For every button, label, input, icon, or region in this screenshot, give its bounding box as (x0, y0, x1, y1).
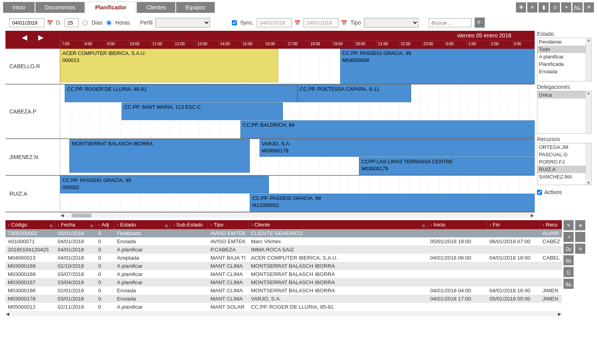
close-button[interactable]: ✕ (584, 2, 594, 12)
calendar-icon[interactable]: 📅 (341, 20, 347, 26)
edit-button[interactable]: ✎ (563, 220, 574, 230)
cell-inicio (428, 246, 487, 254)
scroll-right-icon[interactable]: ▶ (531, 213, 534, 217)
schedule-bar[interactable]: ACER COMPUTER IBERICA, S.A.U.000013 (60, 49, 278, 82)
cell-recu: JIMEN (540, 286, 562, 295)
hour-label: 18:00 (309, 41, 331, 46)
estado-item[interactable]: A planificar (537, 53, 591, 60)
cell-fin (487, 262, 540, 270)
date-from-input[interactable] (9, 18, 44, 27)
table-row[interactable]: M0300016703/04/20180A planificarMANT CLI… (5, 278, 562, 286)
re-button[interactable]: Re (563, 255, 574, 265)
recursos-title: Recursos (537, 136, 592, 143)
ac-button[interactable]: Ac. (572, 2, 583, 12)
col-estado[interactable]: ↕Estado🔍 (115, 220, 171, 229)
cell-codigo: M05000012 (5, 303, 55, 311)
schedule-bar[interactable]: CC.PP. PASSEIG GRACIA, 99000002 (60, 176, 269, 193)
barchart-icon[interactable]: ⫼ (550, 2, 560, 12)
estado-item[interactable]: Enviada (537, 68, 591, 75)
schedule-bar[interactable]: CCPP LAS LIRAS TERRASSA CENTREM03000179 (359, 157, 535, 175)
table-row[interactable]: M0300017803/01/20180EnviadaMANT CLIMAVAR… (5, 295, 562, 303)
calendar-icon[interactable]: 📅 (47, 20, 53, 26)
schedule-bar[interactable]: CC.PP. PASSEIG GRACIA, 99M12000002 (250, 194, 535, 212)
col-adj[interactable]: ↕Adj (96, 220, 115, 229)
tab-planificador[interactable]: Planificador (85, 2, 136, 13)
estado-item[interactable]: Todo (537, 46, 591, 53)
tab-inicio[interactable]: Inicio (3, 2, 35, 13)
cell-tipo: MANT CLIMA (208, 278, 249, 286)
tab-documentos[interactable]: Documentos (35, 2, 85, 13)
column-icon[interactable]: ▮ (539, 2, 549, 12)
recurso-item[interactable]: ORTEGA.JM (537, 143, 591, 151)
as-button[interactable]: As. (563, 279, 574, 289)
table-row[interactable]: M0300016803/07/20180A planificarMANT CLI… (5, 270, 562, 278)
estado-item[interactable]: Planificada (537, 60, 591, 68)
tab-equipos[interactable]: Equipos (176, 2, 215, 13)
hour-label: 12:00 (173, 41, 196, 46)
schedule-bar[interactable]: CC.PP. BALDRICH, 84 (240, 120, 535, 138)
col-fin[interactable]: ↕Fin (487, 220, 540, 229)
schedule-scrollbar[interactable]: ◀ ▶ (60, 212, 535, 218)
schedule-bar[interactable]: CC.PP. SANT MARIA, 113 ESC C (122, 102, 283, 120)
search-button[interactable]: 🔍 (475, 18, 485, 28)
table-row[interactable]: T80020000205/01/20180FinalizadaAVISO EMT… (5, 229, 562, 237)
col-cliente[interactable]: ↕Cliente🔍 (249, 220, 428, 229)
delegacion-item[interactable]: Única (537, 91, 591, 99)
pin-icon[interactable]: ⌖ (561, 2, 571, 12)
dias-radio[interactable] (83, 20, 88, 25)
col-codigo[interactable]: ↕Código🔍 (5, 220, 55, 229)
table-row[interactable]: A0100007104/01/20180EnviadaAVISO EMTEKMa… (5, 237, 562, 246)
table-row[interactable]: M0300016902/10/20180A planificarMANT CLI… (5, 262, 562, 270)
scroll-left-icon[interactable]: ◀ (6, 312, 9, 316)
perfil-select[interactable] (155, 18, 210, 28)
recurso-item[interactable]: RUIZ.A (537, 166, 591, 173)
col-sub[interactable]: ↕Sub-Estado (171, 220, 208, 229)
table-row[interactable]: M0300016602/01/20180EnviadaMANT CLIMAMON… (5, 286, 562, 295)
recurso-item[interactable]: PASCUAL.G (537, 151, 591, 158)
search-input[interactable] (429, 18, 472, 27)
next-arrow[interactable]: ▶ (38, 33, 44, 42)
blank-button[interactable] (575, 232, 585, 242)
col-fecha[interactable]: ↕Fecha🔍 (55, 220, 96, 229)
activos-checkbox[interactable] (537, 190, 542, 195)
schedule-bar[interactable]: VARJO, S.A.M03000178 (260, 139, 535, 157)
col-tipo[interactable]: ↕Tipo (208, 220, 249, 229)
add-button[interactable]: ⊕ (575, 220, 585, 230)
hour-label: 11:00 (151, 41, 173, 46)
estado-item[interactable]: Pendiente (537, 38, 591, 46)
grid-scrollbar[interactable]: ◀ ▶ (5, 311, 562, 316)
cell-fin (487, 278, 540, 286)
days-input[interactable] (65, 18, 79, 27)
schedule-bar[interactable]: CC.PP. ROGER DE LLURIA, 85-91 (65, 85, 297, 102)
cell-adj: 0 (96, 237, 115, 246)
move-icon[interactable]: ✥ (516, 2, 526, 12)
activos-label: Activos (544, 189, 562, 195)
schedule-bar[interactable]: CC.PP. PASSEIG GRACIA, 99M04000008 (340, 49, 535, 84)
du-button[interactable]: Du (563, 244, 574, 254)
tab-clientes[interactable]: Clientes (137, 2, 175, 13)
sync-checkbox[interactable] (232, 20, 237, 25)
d-label: D. (56, 19, 62, 26)
col-recu[interactable]: ↕Recu (540, 220, 562, 229)
table-row[interactable]: M0500001202/11/20180A planificarMANT SOL… (5, 303, 562, 311)
horas-radio[interactable] (106, 20, 111, 25)
recurso-item[interactable]: SANCHEZ.MA (537, 173, 591, 180)
table-row[interactable]: 2018010412042504/01/20180A planificarP.C… (5, 246, 562, 254)
prev-arrow[interactable]: ◀ (22, 33, 27, 42)
fi-button[interactable]: Fi (563, 267, 574, 277)
resource-label: RUIZ.A (5, 176, 60, 212)
hour-label: 10:00 (128, 41, 151, 46)
scroll-left-icon[interactable]: ◀ (61, 213, 64, 217)
scroll-right-icon[interactable]: ▶ (558, 312, 561, 316)
schedule-bar[interactable]: CC.PP. POETESSA CAPARA, 9-11 (297, 85, 411, 102)
cell-fecha: 02/10/2018 (55, 262, 96, 270)
recurso-item[interactable]: PORRO.FJ (537, 158, 591, 166)
tipo-select[interactable] (364, 18, 419, 28)
col-inicio[interactable]: ↕Inicio (428, 220, 487, 229)
table-row[interactable]: M0400001304/01/20180AceptadaMANT BAJA TI… (5, 254, 562, 262)
remove-button[interactable]: ⊖ (575, 244, 585, 254)
cell-recu (540, 303, 562, 311)
list-icon[interactable]: ≡ (527, 2, 537, 12)
calendar-icon[interactable]: 📅 (294, 20, 300, 26)
share-button[interactable]: ↗ (563, 232, 574, 242)
